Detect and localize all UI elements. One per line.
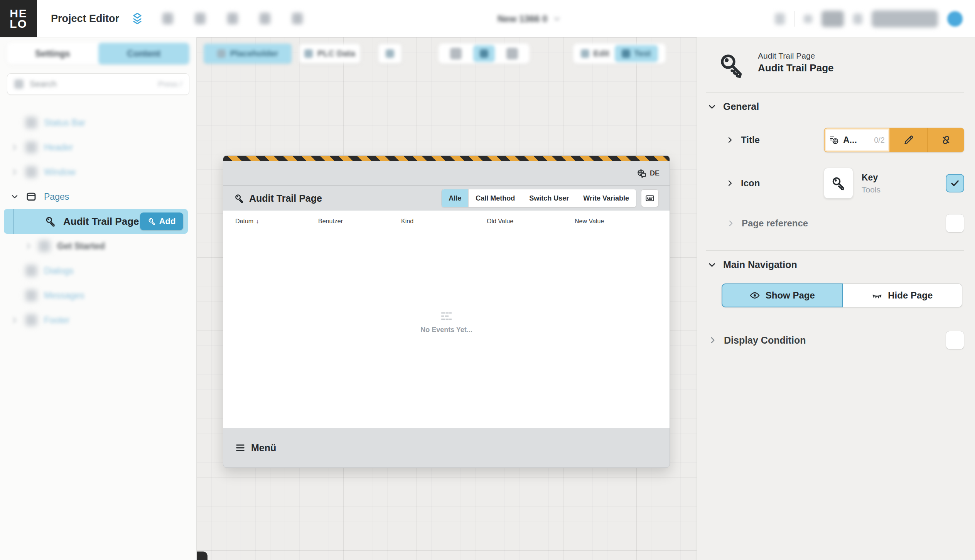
test-icon xyxy=(622,49,630,58)
hazard-stripe-border xyxy=(223,156,670,161)
display-condition-checkbox[interactable] xyxy=(946,331,964,349)
blurred-primary-button[interactable] xyxy=(872,10,938,27)
pencil-icon xyxy=(903,135,914,145)
chevron-right-icon[interactable] xyxy=(9,143,20,152)
logo-text-top: HE xyxy=(10,8,27,19)
eye-closed-icon xyxy=(872,290,882,301)
column-header-kind[interactable]: Kind xyxy=(401,218,487,225)
test-button[interactable]: Test xyxy=(615,45,658,62)
key-icon xyxy=(234,193,245,204)
app-title: Project Editor xyxy=(51,13,119,25)
blurred-tool-icon[interactable] xyxy=(227,13,238,24)
blurred-widget-icon[interactable] xyxy=(506,48,518,59)
hide-page-segment[interactable]: Hide Page xyxy=(843,283,963,307)
layers-icon[interactable] xyxy=(131,12,144,25)
header-icon xyxy=(25,142,37,153)
tree-item-window[interactable]: Window xyxy=(0,160,196,184)
selected-icon-card[interactable] xyxy=(824,168,853,199)
icon-property-label[interactable]: Icon xyxy=(725,178,824,189)
tree-item-audit-trail-page[interactable]: Audit Trail Page Add xyxy=(4,209,188,234)
blurred-chevron-icon[interactable] xyxy=(804,15,812,23)
content-tree: Status Bar Header Window Pages xyxy=(0,110,196,332)
blurred-widget-icon[interactable] xyxy=(450,48,462,59)
add-button[interactable]: Add xyxy=(140,213,183,230)
search-shortcut-hint: Press / xyxy=(158,80,182,89)
tree-item-get-started[interactable]: Get Started xyxy=(0,234,196,258)
chevron-right-icon[interactable] xyxy=(24,241,33,251)
tree-item-messages[interactable]: Messages xyxy=(0,283,196,308)
blurred-icon[interactable] xyxy=(853,13,862,24)
column-header-benutzer[interactable]: Benutzer xyxy=(318,218,401,225)
chevron-right-icon[interactable] xyxy=(9,315,20,325)
search-placeholder: Search xyxy=(30,79,57,89)
sidebar-search[interactable]: Search Press / xyxy=(7,73,189,95)
filter-switch-user[interactable]: Switch User xyxy=(522,189,576,207)
title-field-value: A... xyxy=(843,135,857,145)
project-selector-dropdown[interactable]: New 1366 0 xyxy=(498,0,561,37)
date-filter-button[interactable] xyxy=(641,189,659,207)
preview-page-toolbar: Audit Trail Page Alle Call Method Switch… xyxy=(223,186,670,211)
hamburger-icon xyxy=(235,442,246,453)
table-body: No Events Yet... xyxy=(223,232,670,428)
page-visibility-toggle: Show Page Hide Page xyxy=(722,283,962,307)
chevron-right-icon xyxy=(726,219,735,228)
page-reference-row: Page reference xyxy=(706,214,964,233)
helio-logo[interactable]: HE LO xyxy=(0,0,37,37)
search-icon xyxy=(14,79,24,89)
chevron-right-icon[interactable] xyxy=(9,167,20,177)
title-property-row: Title A... 0/2 xyxy=(706,128,964,152)
plc-data-icon xyxy=(304,49,313,58)
tab-settings[interactable]: Settings xyxy=(7,43,98,64)
section-general[interactable]: General xyxy=(706,101,964,112)
messages-icon xyxy=(25,290,37,301)
inspector-header: Audit Trail Page Audit Trail Page xyxy=(706,37,964,79)
section-display-condition[interactable]: Display Condition xyxy=(707,335,806,346)
icon-enabled-checkbox[interactable] xyxy=(946,174,964,192)
column-header-new-value[interactable]: New Value xyxy=(575,218,670,225)
menu-button[interactable]: Menü xyxy=(235,442,276,454)
blurred-square-button[interactable] xyxy=(821,11,844,27)
column-header-old-value[interactable]: Old Value xyxy=(487,218,575,225)
unlink-icon xyxy=(941,135,951,145)
filter-alle[interactable]: Alle xyxy=(442,189,468,207)
page-reference-label[interactable]: Page reference xyxy=(726,218,808,229)
tab-content[interactable]: Content xyxy=(98,43,190,64)
page-reference-checkbox[interactable] xyxy=(946,214,964,233)
filter-write-variable[interactable]: Write Variable xyxy=(576,189,636,207)
tree-item-footer[interactable]: Footer xyxy=(0,308,196,332)
placeholder-button[interactable]: Placeholder xyxy=(204,44,292,64)
tree-item-dialogs[interactable]: Dialogs xyxy=(0,258,196,283)
title-input-field[interactable]: A... 0/2 xyxy=(824,128,890,152)
blurred-small-button[interactable] xyxy=(378,44,402,64)
blurred-icon[interactable] xyxy=(775,13,785,25)
inspector-panel: Audit Trail Page Audit Trail Page Genera… xyxy=(697,37,975,560)
filter-call-method[interactable]: Call Method xyxy=(468,189,522,207)
tree-item-status-bar[interactable]: Status Bar xyxy=(0,110,196,135)
plc-data-button[interactable]: PLC Data xyxy=(299,44,361,64)
tree-item-pages[interactable]: Pages xyxy=(0,184,196,209)
user-avatar[interactable] xyxy=(947,11,963,27)
tree-item-header[interactable]: Header xyxy=(0,135,196,160)
edit-title-button[interactable] xyxy=(890,128,927,152)
title-property-label[interactable]: Title xyxy=(725,135,760,145)
title-control-group: A... 0/2 xyxy=(824,128,964,152)
blurred-tool-icon[interactable] xyxy=(195,13,206,24)
blurred-tool-icon[interactable] xyxy=(292,13,303,24)
preview-page-title: Audit Trail Page xyxy=(234,193,322,204)
edit-button[interactable]: Edit xyxy=(581,49,609,59)
blurred-tool-icon[interactable] xyxy=(260,13,270,24)
active-widget-icon[interactable] xyxy=(473,45,495,62)
unlink-title-button[interactable] xyxy=(927,128,964,152)
topbar-tool-icons xyxy=(162,13,303,24)
blurred-tool-icon[interactable] xyxy=(162,13,173,24)
globe-chat-icon xyxy=(637,169,647,179)
project-selector-label: New 1366 0 xyxy=(498,13,547,24)
inspector-breadcrumb: Audit Trail Page xyxy=(758,51,834,61)
chevron-down-icon xyxy=(707,102,717,112)
show-page-segment[interactable]: Show Page xyxy=(722,283,843,307)
section-main-navigation[interactable]: Main Navigation xyxy=(706,259,964,270)
pages-icon xyxy=(25,191,37,202)
chevron-down-icon[interactable] xyxy=(9,192,20,201)
column-header-datum[interactable]: Datum ↓ xyxy=(235,218,318,225)
language-switcher[interactable]: DE xyxy=(637,169,660,179)
